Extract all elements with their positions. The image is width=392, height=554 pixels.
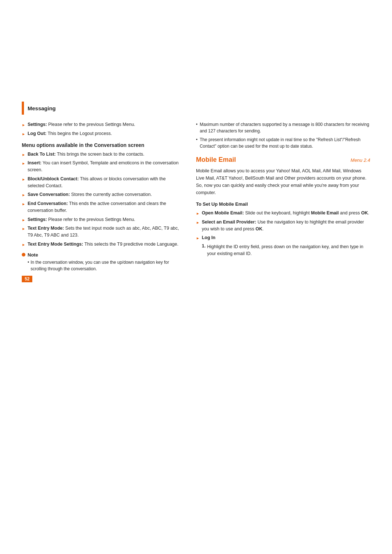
arrow-icon: ►	[22, 152, 25, 157]
bullet-text: Open Mobile Email: Slide out the keyboar…	[202, 210, 369, 217]
top-spacer	[22, 22, 370, 102]
arrow-icon: ►	[196, 220, 200, 225]
setup-bullet-list: ► Open Mobile Email: Slide out the keybo…	[196, 210, 370, 232]
list-item: ► Back To List: This brings the screen b…	[22, 151, 181, 158]
mobile-email-section: Mobile Email Menu 2.4 Mobile Email allow…	[196, 156, 370, 257]
note-item: Maximum number of characters supported b…	[196, 121, 370, 134]
section-header: Messaging	[22, 102, 370, 115]
page-container: Messaging ► Settings: Please refer to th…	[0, 0, 392, 554]
note-item: In the conversation window, you can use …	[28, 259, 181, 272]
arrow-icon: ►	[22, 161, 25, 166]
list-item: ► Open Mobile Email: Slide out the keybo…	[196, 210, 370, 217]
list-item: ► Settings: Please refer to the previous…	[22, 216, 181, 223]
list-item: ► Block/Unblock Contact: This allows or …	[22, 176, 181, 189]
page-number-badge: 52	[22, 272, 181, 282]
bullet-text: Select an Email Provider: Use the naviga…	[202, 219, 370, 233]
menu-label: Menu 2.4	[351, 157, 370, 163]
arrow-icon: ►	[22, 192, 25, 198]
bullet-text: Text Entry Mode: Sets the text input mod…	[28, 225, 181, 239]
note-content: In the conversation window, you can use …	[22, 259, 181, 272]
mobile-email-description: Mobile Email allows you to access your Y…	[196, 167, 370, 196]
page-number: 52	[22, 276, 32, 282]
bullet-text: Log In	[202, 234, 216, 241]
arrow-icon: ►	[22, 177, 25, 182]
bullet-text: Settings: Please refer to the previous S…	[28, 121, 135, 128]
arrow-icon: ►	[196, 211, 200, 216]
note-dot-icon	[22, 253, 25, 257]
note-title: Note	[28, 252, 38, 258]
step-number: 1.	[202, 243, 205, 249]
list-item: ► Text Entry Mode: Sets the text input m…	[22, 225, 181, 239]
arrow-icon: ►	[22, 122, 25, 128]
step-text: Highlight the ID entry field, press down…	[207, 243, 370, 257]
bullet-text: Settings: Please refer to the previous S…	[28, 216, 135, 223]
numbered-step: 1. Highlight the ID entry field, press d…	[196, 243, 370, 257]
left-column: ► Settings: Please refer to the previous…	[22, 121, 181, 282]
list-item: ► Insert: You can insert Symbol, Templat…	[22, 160, 181, 173]
list-item: ► Select an Email Provider: Use the navi…	[196, 219, 370, 233]
bullet-text: Text Entry Mode Settings: This selects t…	[28, 241, 178, 248]
list-item: ► Save Conversation: Stores the currentl…	[22, 191, 181, 198]
bullet-text: Back To List: This brings the screen bac…	[28, 151, 144, 158]
note-item: The present information might not update…	[196, 136, 370, 149]
subsection-heading: Menu options available in the Conversati…	[22, 142, 181, 148]
mobile-email-header: Mobile Email Menu 2.4	[196, 156, 370, 164]
orange-bar-icon	[22, 102, 24, 115]
list-item: ► End Conversation: This ends the active…	[22, 200, 181, 214]
top-notes: Maximum number of characters supported b…	[196, 121, 370, 149]
top-bullet-list: ► Settings: Please refer to the previous…	[22, 121, 181, 137]
arrow-icon: ►	[22, 201, 25, 207]
section-title: Messaging	[28, 105, 56, 111]
arrow-icon: ►	[22, 217, 25, 223]
bullet-text: End Conversation: This ends the active c…	[28, 200, 181, 214]
arrow-icon: ►	[22, 226, 25, 231]
two-column-layout: ► Settings: Please refer to the previous…	[22, 121, 370, 282]
arrow-icon: ►	[22, 242, 25, 247]
arrow-icon: ►	[196, 235, 200, 241]
list-item: ► Text Entry Mode Settings: This selects…	[22, 241, 181, 248]
bullet-text: Insert: You can insert Symbol, Template …	[28, 160, 181, 173]
right-column: Maximum number of characters supported b…	[196, 121, 370, 259]
arrow-icon: ►	[22, 131, 25, 137]
bullet-text: Save Conversation: Stores the currently …	[28, 191, 152, 198]
bullet-text: Block/Unblock Contact: This allows or bl…	[28, 176, 181, 189]
list-item: ► Settings: Please refer to the previous…	[22, 121, 181, 128]
list-item: ► Log Out: This begins the Logout proces…	[22, 130, 181, 137]
setup-heading: To Set Up Mobile Email	[196, 201, 370, 207]
bullet-text: Log Out: This begins the Logout process.	[28, 130, 112, 137]
note-section: Note In the conversation window, you can…	[22, 252, 181, 272]
mobile-email-title: Mobile Email	[196, 156, 236, 164]
note-header: Note	[22, 252, 181, 258]
login-item: ► Log In	[196, 234, 370, 241]
main-bullet-list: ► Back To List: This brings the screen b…	[22, 151, 181, 248]
